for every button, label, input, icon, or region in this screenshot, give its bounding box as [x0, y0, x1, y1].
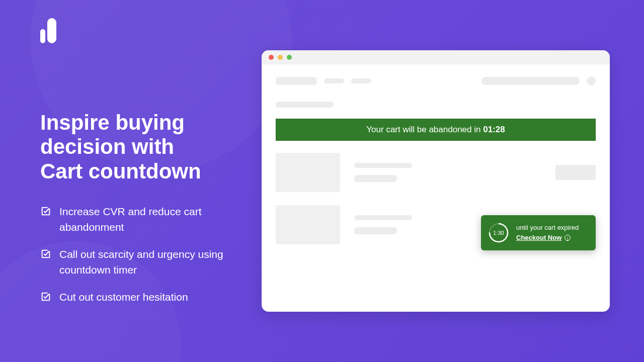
skeleton-line	[354, 227, 397, 234]
check-icon	[40, 206, 51, 217]
checkout-countdown-popup: 1:30 until your cart expired Checkout No…	[481, 215, 596, 250]
check-icon	[40, 291, 51, 302]
skeleton-line	[354, 215, 412, 220]
skeleton-avatar	[587, 76, 596, 85]
benefits-list: Increase CVR and reduce cart abandonment…	[40, 204, 252, 305]
popup-timer-value: 1:30	[493, 230, 504, 236]
check-icon	[40, 248, 51, 259]
benefit-item: Call out scarcity and urgency using coun…	[40, 246, 252, 278]
browser-mockup: Your cart will be abandoned in 01:28	[262, 50, 610, 312]
hero-copy: Inspire buying decision with Cart countd…	[40, 111, 252, 316]
skeleton-nav-item	[324, 78, 344, 83]
benefit-text: Cut out customer hesitation	[59, 289, 188, 305]
traffic-light-fullscreen-icon	[287, 55, 292, 60]
skeleton-search	[481, 77, 580, 85]
traffic-light-close-icon	[269, 55, 274, 60]
skeleton-nav-item	[351, 78, 371, 83]
logo-bar-icon	[40, 29, 45, 43]
hero-title: Inspire buying decision with Cart countd…	[40, 111, 252, 184]
skeleton-line	[354, 163, 412, 168]
popup-until-text: until your cart expired	[516, 223, 588, 232]
benefit-item: Increase CVR and reduce cart abandonment	[40, 204, 252, 235]
skeleton-cart-row	[276, 153, 596, 192]
browser-viewport: Your cart will be abandoned in 01:28	[262, 64, 610, 312]
benefit-text: Increase CVR and reduce cart abandonment	[59, 204, 252, 235]
benefit-item: Cut out customer hesitation	[40, 289, 252, 305]
skeleton-price	[555, 165, 596, 180]
cart-countdown-banner: Your cart will be abandoned in 01:28	[276, 119, 596, 141]
hero-title-line: decision with	[40, 135, 174, 158]
checkout-now-label: Checkout Now	[516, 233, 561, 242]
logo-bar-icon	[47, 18, 56, 43]
hero-title-line: Cart countdown	[40, 159, 201, 183]
checkout-now-link[interactable]: Checkout Now ›	[516, 233, 571, 242]
traffic-light-minimize-icon	[278, 55, 283, 60]
skeleton-line	[354, 175, 397, 182]
banner-timer-value: 01:28	[483, 125, 505, 134]
chevron-right-icon: ›	[565, 235, 571, 241]
skeleton-header	[276, 76, 596, 85]
benefit-text: Call out scarcity and urgency using coun…	[59, 246, 252, 278]
hero-title-line: Inspire buying	[40, 111, 185, 134]
skeleton-product-image	[276, 205, 340, 244]
brand-logo	[40, 18, 56, 43]
browser-titlebar	[262, 50, 610, 64]
skeleton-page-title	[276, 102, 334, 108]
countdown-circle-icon: 1:30	[488, 222, 509, 243]
skeleton-product-image	[276, 153, 340, 192]
banner-prefix-text: Your cart will be abandoned in	[366, 125, 483, 134]
skeleton-logo	[276, 77, 317, 85]
